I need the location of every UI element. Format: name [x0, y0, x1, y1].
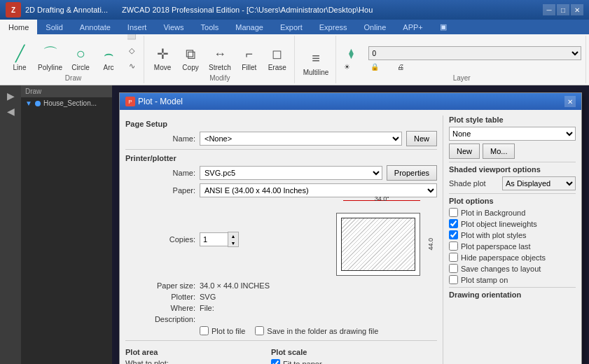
fit-to-paper-label: Fit to paper: [283, 360, 322, 365]
plot-preview: [336, 213, 420, 276]
layer-item-house[interactable]: ▼ House_Section...: [21, 97, 112, 109]
erase-button[interactable]: ◻ Erase: [265, 43, 290, 73]
ribbon-group-modify: ✛ Move ⧉ Copy ↔ Stretch ⌐ Fillet ◻ Era: [146, 36, 295, 83]
plot-style-select[interactable]: None: [449, 127, 576, 141]
tab-views[interactable]: Views: [155, 20, 192, 34]
circle-button[interactable]: ○ Circle: [68, 43, 93, 73]
tab-online[interactable]: Online: [356, 20, 395, 34]
title-bar: Z 2D Drafting & Annotati... ZWCAD 2018 P…: [0, 0, 589, 20]
stretch-button[interactable]: ↔ Stretch: [206, 43, 234, 73]
hide-paperspace-checkbox[interactable]: [449, 253, 458, 262]
layer-btn-2-icon: 🔒: [370, 63, 379, 71]
tab-tools[interactable]: Tools: [193, 20, 228, 34]
multiline-icon: ≡: [306, 49, 326, 69]
polyline-label: Polyline: [38, 64, 62, 71]
plot-style-table-label: Plot style table: [449, 115, 576, 124]
sidebar-icon-1[interactable]: ▶: [7, 90, 15, 102]
extra-draw-icon-3: ∿: [125, 59, 138, 72]
plot-in-background-row: Plot in Background: [449, 208, 576, 217]
tab-express[interactable]: Express: [311, 20, 356, 34]
paper-size-label: Paper size:: [125, 281, 195, 290]
modify-group-label: Modify: [209, 74, 230, 82]
shaded-viewport-label: Shaded viewport options: [449, 165, 576, 174]
plot-stamp-row: Plot stamp on: [449, 275, 576, 284]
paper-size-row: Paper size: 34.0 × 44.0 INCHES: [125, 281, 437, 290]
plot-preview-container: 34.0" 44.0: [336, 200, 437, 279]
multiline-button[interactable]: ≡ Multiline: [300, 44, 332, 80]
page-setup-new-button[interactable]: New: [406, 131, 437, 146]
extra-draw-2[interactable]: ◇: [124, 43, 139, 57]
minimize-button[interactable]: ─: [543, 4, 555, 15]
polyline-button[interactable]: ⌒ Polyline: [35, 43, 65, 73]
dim-v-value: 44.0: [427, 238, 434, 251]
tab-extra[interactable]: ▣: [431, 20, 455, 34]
dim-h-container: 34.0": [343, 200, 420, 201]
copies-up-button[interactable]: ▲: [228, 232, 238, 239]
plot-object-lineweights-checkbox[interactable]: [449, 219, 458, 228]
plot-stamp-label: Plot stamp on: [461, 276, 508, 284]
move-label: Move: [154, 64, 171, 71]
layer-name: House_Section...: [43, 99, 97, 107]
copy-icon: ⧉: [181, 44, 200, 64]
name-select[interactable]: <None>: [200, 132, 402, 146]
fillet-button[interactable]: ⌐ Fillet: [237, 43, 262, 73]
move-button[interactable]: ✛ Move: [150, 43, 175, 73]
plot-to-file-label: Plot to file: [212, 327, 245, 335]
layer-btn-1-icon: ☀: [344, 63, 350, 71]
save-changes-checkbox[interactable]: [449, 264, 458, 273]
arc-button[interactable]: ⌢ Arc: [96, 43, 121, 73]
sidebar-icon-2[interactable]: ◀: [7, 106, 15, 117]
layer-btn-2[interactable]: 🔒: [368, 62, 394, 71]
extra-draw-1[interactable]: ⬜: [124, 34, 139, 42]
hide-paperspace-row: Hide paperspace objects: [449, 253, 576, 262]
plot-style-new-button[interactable]: New: [449, 144, 480, 159]
plot-dialog: P Plot - Model ✕ Page Setup Name: <None>: [119, 92, 582, 364]
main-area: ▶ ◀ Draw ▼ House_Section... P Plot - Mod…: [0, 85, 589, 364]
maximize-button[interactable]: □: [557, 4, 569, 15]
name-row: Name: <None> New: [125, 131, 437, 146]
properties-button[interactable]: Properties: [387, 165, 437, 181]
plot-to-file-checkbox[interactable]: [200, 326, 209, 335]
dim-v-container: 44.0: [427, 210, 434, 279]
dim-h-value: 34.0": [375, 195, 389, 202]
tab-manage[interactable]: Manage: [227, 20, 272, 34]
dialog-title-bar: P Plot - Model ✕: [120, 93, 581, 110]
close-button[interactable]: ✕: [571, 4, 583, 15]
plot-paperspace-last-checkbox[interactable]: [449, 241, 458, 251]
plot-scale-label: Plot scale: [271, 348, 437, 356]
paper-form-label: Paper:: [125, 186, 195, 195]
fit-to-paper-checkbox[interactable]: [271, 359, 280, 364]
tab-app[interactable]: APP+: [394, 20, 431, 34]
shade-plot-select[interactable]: As Displayed: [502, 176, 576, 190]
copies-down-button[interactable]: ▼: [228, 239, 238, 246]
tab-export[interactable]: Export: [272, 20, 311, 34]
layer-btn-1[interactable]: ☀: [342, 62, 367, 71]
layer-properties-button[interactable]: ⧫: [342, 46, 367, 61]
tab-insert[interactable]: Insert: [119, 20, 155, 34]
plot-in-background-checkbox[interactable]: [449, 208, 458, 217]
plot-paperspace-last-row: Plot paperspace last: [449, 241, 576, 251]
plot-to-file-cb-row: Plot to file: [200, 326, 245, 335]
tab-annotate[interactable]: Annotate: [71, 20, 119, 34]
save-folder-checkbox[interactable]: [255, 326, 264, 335]
copies-form-label: Copies:: [125, 235, 195, 244]
printer-name-select[interactable]: SVG.pc5: [200, 166, 382, 180]
copy-button[interactable]: ⧉ Copy: [178, 43, 203, 73]
layer-select[interactable]: 0: [368, 46, 581, 60]
layer-btn-3[interactable]: 🖨: [395, 62, 420, 71]
copies-input[interactable]: [200, 232, 228, 246]
app-logo: Z: [6, 2, 21, 18]
tab-solid[interactable]: Solid: [37, 20, 71, 34]
paper-select[interactable]: ANSI E (34.00 x 44.00 Inches): [200, 183, 437, 197]
divider-right-2: [449, 193, 576, 194]
tab-home[interactable]: Home: [0, 20, 37, 34]
shade-plot-row: Shade plot As Displayed: [449, 176, 576, 190]
erase-icon: ◻: [268, 44, 287, 64]
dialog-close-button[interactable]: ✕: [564, 96, 576, 107]
plot-stamp-checkbox[interactable]: [449, 275, 458, 284]
extra-draw-3[interactable]: ∿: [124, 59, 139, 73]
line-button[interactable]: ╱ Line: [7, 43, 32, 73]
printer-name-label: Name:: [125, 169, 195, 177]
plot-style-more-button[interactable]: Mo...: [483, 144, 515, 159]
plot-with-plot-styles-checkbox[interactable]: [449, 230, 458, 239]
